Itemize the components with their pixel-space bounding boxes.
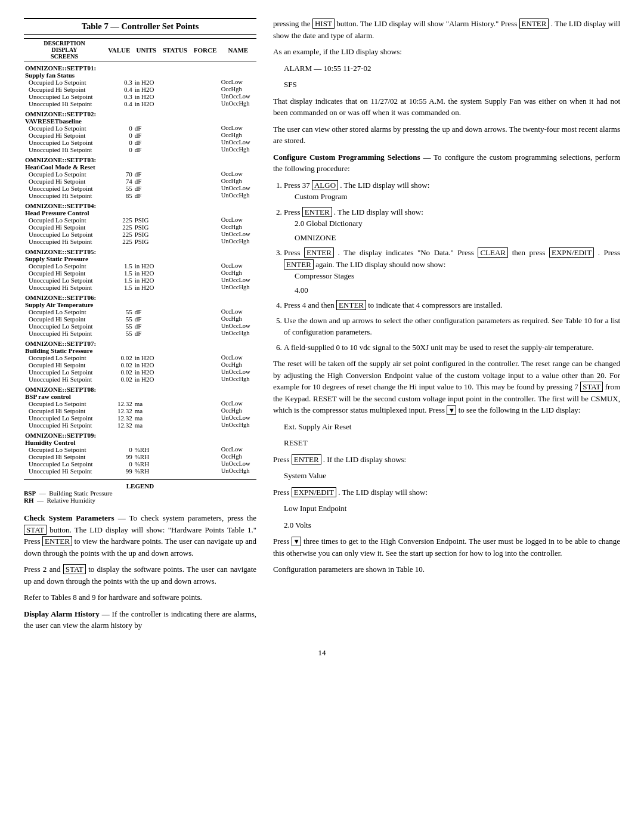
enter-button-ref1: ENTER — [42, 536, 72, 546]
name-col: OccLow — [220, 262, 256, 270]
lid-line3: System Value — [284, 470, 620, 482]
name-col: UnOccHgh — [220, 376, 256, 383]
expn-edit-button-ref2: EXPN/EDIT — [292, 487, 336, 497]
table-row: Occupied Lo Setpoint 70 dF OccLow — [24, 171, 256, 178]
legend-item: RH — Relative Humidity — [24, 497, 256, 504]
table-row: Unoccupied Hi Setpoint 12.32 ma UnOccHgh — [24, 422, 256, 429]
check-system-heading: Check System Parameters — — [24, 513, 126, 522]
lid-line2: RESET — [284, 437, 620, 449]
enter-button-ref3: ENTER — [302, 207, 332, 217]
name-col: OccLow — [220, 125, 256, 132]
table-row: Unoccupied Lo Setpoint 0 %RH UnOccLow — [24, 460, 256, 467]
table-row: Unoccupied Lo Setpoint 55 dF UnOccLow — [24, 323, 256, 330]
col-header-status: STATUS — [159, 39, 190, 61]
table-row: Occupied Lo Setpoint 1.5 in H2O OccLow — [24, 262, 256, 270]
table-row: Unoccupied Lo Setpoint 225 PSIG UnOccLow — [24, 231, 256, 238]
stat-button-ref3: STAT — [580, 382, 603, 392]
step2-sub1: 2.0 Global Dictionary — [295, 218, 620, 230]
step-6: A field-supplied 0 to 10 vdc signal to t… — [284, 342, 620, 354]
config-para: Configuration parameters are shown in Ta… — [273, 563, 620, 575]
name-col: OccLow — [220, 354, 256, 361]
step-5: Use the down and up arrows to select the… — [284, 315, 620, 338]
section-header-row: OMNIZONE::SETPT02:VAVRESETbaseline — [24, 107, 256, 125]
name-col: OccLow — [220, 79, 256, 86]
name-col: OccLow — [220, 446, 256, 453]
table-row: Occupied Hi Setpoint 0.02 in H2O OccHgh — [24, 361, 256, 368]
name-col: UnOccHgh — [220, 146, 256, 153]
table-row: Occupied Hi Setpoint 0 dF OccHgh — [24, 132, 256, 139]
enter-button-ref6: ENTER — [336, 300, 366, 310]
example-alarm-line: ALARM — 10:55 11-27-02 — [284, 63, 620, 75]
name-col: OccHgh — [220, 407, 256, 414]
name-col: OccLow — [220, 400, 256, 407]
name-col: OccHgh — [220, 178, 256, 185]
alarm-history-heading: Display Alarm History — — [24, 609, 110, 618]
table-row: Occupied Lo Setpoint 0.3 in H2O OccLow — [24, 79, 256, 86]
section-header-row: OMNIZONE::SETPT05:Supply Static Pressure — [24, 245, 256, 262]
section-header-row: OMNIZONE::SETPT08:BSP raw control — [24, 383, 256, 400]
name-col: UnOccLow — [220, 323, 256, 330]
col-header-force: FORCE — [190, 39, 219, 61]
table-row: Unoccupied Hi Setpoint 1.5 in H2O UnOccH… — [24, 284, 256, 291]
table-row: Unoccupied Lo Setpoint 0 dF UnOccLow — [24, 139, 256, 146]
name-col: OccHgh — [220, 453, 256, 460]
right-column: pressing the HIST button. The LID displa… — [273, 18, 620, 636]
table-row: Occupied Lo Setpoint 0 %RH OccLow — [24, 446, 256, 453]
table-row: Occupied Lo Setpoint 55 dF OccLow — [24, 308, 256, 315]
section-header-row: OMNIZONE::SETPT01:Supply fan Status — [24, 61, 256, 79]
name-col: UnOccLow — [220, 93, 256, 100]
legend-item: BSP — Building Static Pressure — [24, 490, 256, 497]
lid-line4: Low Input Endpoint — [284, 503, 620, 515]
name-col: UnOccLow — [220, 277, 256, 284]
long-para: The reset will be taken off the supply a… — [273, 358, 620, 416]
table-row: Occupied Hi Setpoint 12.32 ma OccHgh — [24, 407, 256, 414]
left-column: Table 7 — Controller Set Points DESCRIPT… — [24, 18, 256, 636]
lid-line5: 2.0 Volts — [284, 519, 620, 531]
table-row: Unoccupied Hi Setpoint 85 dF UnOccHgh — [24, 192, 256, 199]
page-number: 14 — [24, 648, 620, 658]
name-col: UnOccHgh — [220, 284, 256, 291]
legend-items: BSP — Building Static PressureRH — Relat… — [24, 490, 256, 504]
expn-edit-button-ref1: EXPN/EDIT — [549, 247, 594, 258]
name-col: OccLow — [220, 171, 256, 178]
section-header-row: OMNIZONE::SETPT09:Humidity Control — [24, 429, 256, 446]
configure-heading: Configure Custom Programming Selections … — [273, 153, 431, 162]
name-col: UnOccLow — [220, 185, 256, 192]
name-col: UnOccLow — [220, 368, 256, 376]
section-header-row: OMNIZONE::SETPT06:Supply Air Temperature — [24, 291, 256, 308]
table-row: Unoccupied Lo Setpoint 0.02 in H2O UnOcc… — [24, 368, 256, 376]
name-col: UnOccHgh — [220, 422, 256, 429]
table-row: Unoccupied Lo Setpoint 1.5 in H2O UnOccL… — [24, 277, 256, 284]
section-header-row: OMNIZONE::SETPT03:Heat\Cool Mode & Reset — [24, 153, 256, 171]
name-col: OccHgh — [220, 86, 256, 93]
name-col: UnOccLow — [220, 414, 256, 422]
section-header-row: OMNIZONE::SETPT04:Head Pressure Control — [24, 199, 256, 216]
table-row: Unoccupied Hi Setpoint 55 dF UnOccHgh — [24, 330, 256, 337]
step1-sub: Custom Program — [295, 191, 620, 203]
example-sfs-line: SFS — [284, 79, 620, 91]
table-row: Occupied Hi Setpoint 0.4 in H2O OccHgh — [24, 86, 256, 93]
name-col: UnOccLow — [220, 139, 256, 146]
step3-sub1: Compressor Stages — [295, 270, 620, 282]
table-row: Unoccupied Hi Setpoint 225 PSIG UnOccHgh — [24, 238, 256, 245]
table-row: Occupied Lo Setpoint 0 dF OccLow — [24, 125, 256, 132]
table-row: Occupied Hi Setpoint 74 dF OccHgh — [24, 178, 256, 185]
left-body-text: Check System Parameters — To check syste… — [24, 512, 256, 631]
step-3: Press ENTER . The display indicates "No … — [284, 247, 620, 296]
table-row: Occupied Hi Setpoint 1.5 in H2O OccHgh — [24, 270, 256, 277]
name-col: OccHgh — [220, 270, 256, 277]
name-col: OccHgh — [220, 132, 256, 139]
section-header-row: OMNIZONE::SETPT07:Building Static Pressu… — [24, 337, 256, 354]
name-col: UnOccLow — [220, 231, 256, 238]
table-row: Occupied Hi Setpoint 225 PSIG OccHgh — [24, 224, 256, 231]
table-row: Occupied Lo Setpoint 12.32 ma OccLow — [24, 400, 256, 407]
stat-button-ref: STAT — [24, 525, 47, 535]
name-col: UnOccHgh — [220, 192, 256, 199]
step-1: Press 37 ALGO . The LID display will sho… — [284, 179, 620, 203]
name-col: UnOccLow — [220, 460, 256, 467]
hist-button-ref: HIST — [312, 18, 335, 29]
enter-button-ref4: ENTER — [304, 247, 334, 258]
col-header-value: VALUE — [105, 39, 134, 61]
col-header-units: UNITS — [134, 39, 160, 61]
algo-button-ref: ALGO — [312, 180, 338, 190]
